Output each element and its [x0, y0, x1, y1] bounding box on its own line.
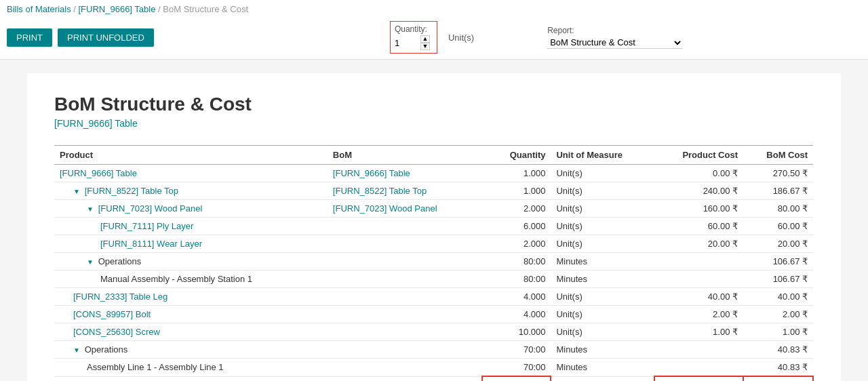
cell-product-cost	[654, 253, 743, 270]
product-link[interactable]: [FURN_8522] Table Top	[85, 186, 178, 196]
quantity-up[interactable]: ▲	[420, 35, 430, 43]
cell-bom-cost: 1.00 ₹	[743, 323, 813, 341]
cell-product: ▼ Operations	[54, 341, 328, 359]
breadcrumb: Bills of Materials / [FURN_9666] Table /…	[7, 0, 861, 17]
cell-bom-cost: 106.67 ₹	[743, 270, 813, 288]
quantity-box: Quantity: ▲ ▼	[390, 21, 437, 54]
report-select[interactable]: BoM Structure & Cost	[547, 37, 683, 49]
cell-product-cost: 60.00 ₹	[654, 218, 743, 235]
report-title: BoM Structure & Cost	[54, 94, 814, 115]
cell-quantity: 70:00	[482, 341, 551, 359]
cell-product-cost: 0.00 ₹	[654, 165, 743, 182]
table-row: [FURN_9666] Table[FURN_9666] Table1.000U…	[54, 165, 813, 182]
cell-product: ▼ [FURN_7023] Wood Panel	[54, 200, 328, 218]
expand-icon[interactable]: ▼	[73, 188, 82, 195]
col-product: Product	[54, 146, 328, 165]
cell-uom: Minutes	[551, 270, 654, 288]
cell-uom: Unit(s)	[551, 182, 654, 200]
cell-bom: [FURN_7023] Wood Panel	[328, 200, 482, 218]
cell-product-cost	[654, 341, 743, 359]
cell-product: [FURN_2333] Table Leg	[54, 288, 328, 306]
product-link[interactable]: [CONS_89957] Bolt	[73, 309, 151, 319]
cell-quantity: 10.000	[482, 323, 551, 341]
cell-product-cost: 20.00 ₹	[654, 235, 743, 253]
table-row: [FURN_2333] Table Leg4.000Unit(s)40.00 ₹…	[54, 288, 813, 306]
table-row: ▼ Operations80:00Minutes106.67 ₹	[54, 253, 813, 270]
table-row: ▼ [FURN_7023] Wood Panel[FURN_7023] Wood…	[54, 200, 813, 218]
cell-bom	[328, 306, 482, 323]
cell-bom	[328, 253, 482, 270]
cell-product: [FURN_9666] Table	[54, 165, 328, 182]
unit-cost-product: 0.00 ₹	[654, 376, 743, 381]
col-bom-cost: BoM Cost	[743, 146, 813, 165]
bom-link[interactable]: [FURN_8522] Table Top	[333, 186, 427, 196]
cell-quantity: 1.000	[482, 165, 551, 182]
product-text: Manual Assembly - Assembly Station 1	[100, 274, 252, 284]
expand-icon[interactable]: ▼	[87, 205, 96, 213]
cell-bom	[328, 323, 482, 341]
cell-bom	[328, 288, 482, 306]
cell-uom: Unit(s)	[551, 235, 654, 253]
expand-icon[interactable]: ▼	[87, 258, 96, 266]
cell-uom: Unit(s)	[551, 165, 654, 182]
quantity-down[interactable]: ▼	[420, 43, 430, 50]
cell-quantity: 6.000	[482, 218, 551, 235]
cell-quantity: 2.000	[482, 235, 551, 253]
cell-uom: Minutes	[551, 253, 654, 270]
print-unfolded-button[interactable]: PRINT UNFOLDED	[58, 28, 154, 47]
product-link[interactable]: [FURN_7111] Ply Layer	[100, 221, 193, 231]
main-content: BoM Structure & Cost [FURN_9666] Table P…	[27, 73, 841, 381]
cell-quantity: 4.000	[482, 306, 551, 323]
cell-bom	[328, 341, 482, 359]
table-row: Assembly Line 1 - Assembly Line 170:00Mi…	[54, 359, 813, 377]
cell-uom: Unit(s)	[551, 306, 654, 323]
cell-bom	[328, 270, 482, 288]
product-link[interactable]: [CONS_25630] Screw	[73, 327, 160, 337]
quantity-input[interactable]	[395, 38, 419, 48]
cell-uom: Unit(s)	[551, 200, 654, 218]
col-quantity: Quantity	[482, 146, 551, 165]
cell-product-cost	[654, 270, 743, 288]
bom-link[interactable]: [FURN_9666] Table	[333, 168, 410, 178]
report-subtitle: [FURN_9666] Table	[54, 118, 814, 129]
cell-product: Assembly Line 1 - Assembly Line 1	[54, 359, 328, 377]
col-product-cost: Product Cost	[654, 146, 743, 165]
cell-uom: Unit(s)	[551, 288, 654, 306]
table-row: [CONS_89957] Bolt4.000Unit(s)2.00 ₹2.00 …	[54, 306, 813, 323]
report-section: Report: BoM Structure & Cost	[547, 26, 683, 49]
cell-bom-cost: 270.50 ₹	[743, 165, 813, 182]
cell-product-cost: 240.00 ₹	[654, 182, 743, 200]
unit-cost-row: Unit Cost0.00 ₹270.50 ₹	[54, 376, 813, 381]
breadcrumb-current: BoM Structure & Cost	[163, 4, 248, 14]
product-link[interactable]: [FURN_8111] Wear Layer	[100, 239, 202, 249]
expand-icon[interactable]: ▼	[73, 346, 82, 354]
col-bom: BoM	[328, 146, 482, 165]
cell-uom: Minutes	[551, 359, 654, 377]
cell-product: [FURN_8111] Wear Layer	[54, 235, 328, 253]
product-link[interactable]: [FURN_9666] Table	[60, 168, 137, 178]
cell-bom-cost: 20.00 ₹	[743, 235, 813, 253]
product-text: Operations	[85, 344, 128, 355]
table-row: Manual Assembly - Assembly Station 180:0…	[54, 270, 813, 288]
unit-cost-bom: 270.50 ₹	[743, 376, 813, 381]
product-link[interactable]: [FURN_7023] Wood Panel	[98, 203, 203, 214]
cell-product-cost: 1.00 ₹	[654, 323, 743, 341]
cell-bom-cost: 80.00 ₹	[743, 200, 813, 218]
cell-bom	[328, 359, 482, 377]
breadcrumb-table[interactable]: [FURN_9666] Table	[79, 4, 156, 14]
table-row: [FURN_7111] Ply Layer6.000Unit(s)60.00 ₹…	[54, 218, 813, 235]
quantity-spinners: ▲ ▼	[420, 35, 430, 50]
product-text: Assembly Line 1 - Assembly Line 1	[87, 362, 224, 372]
print-button[interactable]: PRINT	[7, 28, 52, 47]
cell-uom: Unit(s)	[551, 218, 654, 235]
product-link[interactable]: [FURN_2333] Table Leg	[73, 292, 167, 302]
cell-bom-cost: 60.00 ₹	[743, 218, 813, 235]
cell-bom: [FURN_8522] Table Top	[328, 182, 482, 200]
breadcrumb-bom[interactable]: Bills of Materials	[7, 4, 71, 14]
quantity-label: Quantity:	[395, 24, 427, 34]
cell-product-cost: 40.00 ₹	[654, 288, 743, 306]
bom-link[interactable]: [FURN_7023] Wood Panel	[333, 203, 437, 214]
table-row: ▼ Operations70:00Minutes40.83 ₹	[54, 341, 813, 359]
unit-label: Unit(s)	[448, 33, 474, 43]
table-row: [FURN_8111] Wear Layer2.000Unit(s)20.00 …	[54, 235, 813, 253]
